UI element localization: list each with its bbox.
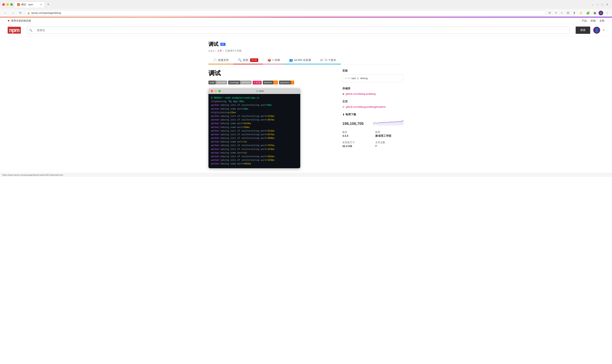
main-content: 调试 build unknown coverage unknown # 松弛	[209, 69, 335, 168]
published-label[interactable]: 上市	[217, 49, 222, 52]
address-bar-row: ← → ↻ 🔒 npmjs.com/package/debug ⟳ ↗ ☆ ㊙ …	[0, 9, 612, 17]
extension3-button[interactable]: ⚡	[578, 10, 584, 15]
install-section: 安装 > > npm i debug	[342, 69, 403, 82]
search-button[interactable]: 搜索	[576, 26, 590, 34]
main-layout: 调试 build unknown coverage unknown # 松弛	[209, 69, 403, 168]
tl16-text: doing lots of uninteresting work	[222, 158, 266, 162]
refresh-button[interactable]: ↻	[18, 10, 23, 15]
new-tab-button[interactable]: +	[46, 2, 51, 7]
url-text: npmjs.com/package/debug	[31, 12, 61, 14]
coverage-badge: coverage unknown	[228, 81, 251, 84]
tl17-time: +602ms	[243, 162, 251, 166]
tab-dependents-label: 44,665 名家属	[294, 58, 311, 62]
tl0-text: booting 'My App'	[217, 100, 239, 104]
tab-readme[interactable]: 📄 自述文件	[209, 56, 233, 64]
tab-dependents[interactable]: 👥 44,665 名家属	[285, 56, 316, 64]
bookmark-button[interactable]: ☆	[559, 10, 564, 15]
user-avatar[interactable]: 👤	[593, 27, 600, 34]
download-icon: ⬇	[342, 113, 345, 116]
stats-row: 196,106,705	[342, 118, 403, 126]
page-load-progress-bar	[0, 17, 612, 17]
terminal-maximize-btn[interactable]	[218, 90, 221, 92]
slack-badge[interactable]: # 松弛	[253, 81, 262, 84]
tl16-time: +323ms	[266, 158, 275, 162]
tab-dependencies[interactable]: 📦 1 依赖	[263, 56, 285, 64]
repo-title: 存储库	[342, 87, 403, 90]
tl13-text: doing lots of uninteresting work	[222, 148, 266, 151]
extension2-button[interactable]: ⬇	[572, 10, 577, 15]
homepage-link[interactable]: ⊕ github.com/debug-js/debug#readme	[342, 105, 403, 108]
forward-button[interactable]: →	[10, 11, 16, 15]
share-button[interactable]: ↗	[553, 10, 558, 15]
slack-icon: #	[254, 81, 255, 84]
browser-chrome: ⋯ n 调试 - npm ✕ + ⌄ ─ □ ✕ ← → ↻ 🔒 npmjs.c…	[0, 0, 612, 18]
site-top-bar: ♥ 营养丰富的南瓜团 产品 价钱 文档	[0, 18, 612, 24]
window-maximize2-button[interactable]: □	[600, 2, 605, 7]
sidebar-button[interactable]: ▣	[592, 10, 598, 15]
tl1-label: worker:a	[211, 104, 222, 107]
dt-badge: DT	[220, 43, 225, 46]
terminal-minimize-btn[interactable]	[215, 90, 217, 92]
npm-logo[interactable]: npm	[8, 27, 21, 34]
terminal-line-14: worker:b doing some work +1s	[211, 151, 298, 155]
window-minimize-button[interactable]	[6, 3, 9, 6]
tab-list-expand[interactable]: ⌄	[590, 2, 595, 7]
address-bar[interactable]: 🔒 npmjs.com/package/debug	[25, 10, 546, 16]
tl8-text: doing lots of uninteresting work	[222, 129, 266, 133]
tl5-text: doing lots of uninteresting work	[222, 118, 266, 122]
tab-explore-label: 探索	[243, 58, 248, 62]
tab-close-button[interactable]: ✕	[40, 3, 42, 6]
profile-button[interactable]: U	[598, 11, 603, 15]
weekly-downloads-number: 196,106,705	[342, 121, 363, 126]
repo-section: 存储库 ◆ github.com/debug-js/debug	[342, 87, 403, 95]
backers-badge-left: backers	[263, 81, 273, 84]
back-button[interactable]: ←	[2, 11, 8, 15]
window-restore-button[interactable]: ─	[595, 2, 600, 7]
window-close2-button[interactable]: ✕	[605, 2, 610, 7]
terminal-line-2: worker:b doing some work +0ms	[211, 107, 298, 111]
active-tab[interactable]: n 调试 - npm ✕	[14, 1, 45, 7]
tab-explore[interactable]: 🔍 探索 测试版	[233, 56, 263, 64]
status-bar: https://www.npmjs.com/package/debug?acti…	[0, 173, 612, 177]
terminal-line-13: worker:a doing lots of uninteresting wor…	[211, 148, 298, 151]
site-brand-area: ♥ 营养丰富的南瓜团	[8, 19, 577, 23]
tl2-time: +0ms	[243, 107, 249, 111]
tab-readme-label: 自述文件	[218, 58, 229, 62]
unpacked-size-label: 未包装尺寸	[342, 141, 371, 144]
tl16-label: worker:a	[211, 158, 222, 162]
nav-products[interactable]: 产品	[582, 19, 587, 23]
brand-text: 营养丰富的南瓜团	[11, 19, 31, 23]
extension4-button[interactable]: 🧩	[585, 10, 591, 15]
tl6-label: worker:b	[211, 122, 222, 126]
nav-docs[interactable]: 文档	[599, 19, 604, 23]
unpacked-size-value: 42.4 KB	[342, 144, 371, 148]
menu-button[interactable]: ⋮	[604, 10, 610, 15]
terminal-line-5: worker:a doing lots of uninteresting wor…	[211, 118, 298, 122]
tab-versions[interactable]: 🏷 71 个版本	[316, 56, 341, 64]
translate-button[interactable]: ⟳	[547, 10, 552, 15]
terminal-close-btn[interactable]	[211, 90, 213, 92]
homepage-icon: ⊕	[342, 105, 345, 108]
extension1-button[interactable]: ㊙	[565, 10, 571, 16]
avatar-dropdown[interactable]: ▾	[603, 29, 604, 31]
homepage-section: 主页 ⊕ github.com/debug-js/debug#readme	[342, 100, 403, 108]
window-close-button[interactable]	[2, 3, 5, 6]
window-maximize-button[interactable]: ⋯	[10, 3, 13, 6]
nav-pricing[interactable]: 价钱	[591, 19, 596, 23]
terminal-title: 2. bash	[222, 90, 298, 92]
package-name: 调试	[209, 41, 218, 48]
lock-icon: 🔒	[27, 12, 30, 14]
tab-deps-label: 1 依赖	[272, 58, 280, 62]
repo-link[interactable]: ◆ github.com/debug-js/debug	[342, 92, 403, 95]
terminal-line-17: worker:b doing some work +602ms	[211, 162, 298, 166]
search-input[interactable]	[34, 27, 569, 34]
install-box[interactable]: > > npm i debug	[342, 75, 403, 82]
tl0-time: +0ms	[239, 100, 244, 104]
tl8-time: +312ms	[266, 129, 275, 133]
build-badge-right: unknown	[216, 81, 227, 84]
terminal-line-6: worker:b doing some work +814ms	[211, 122, 298, 126]
terminal-titlebar: 2. bash	[209, 88, 300, 94]
tl14-text: doing some work	[222, 151, 243, 155]
tab-title: 调试 - npm	[21, 3, 33, 6]
dependents-icon: 👥	[289, 58, 293, 62]
